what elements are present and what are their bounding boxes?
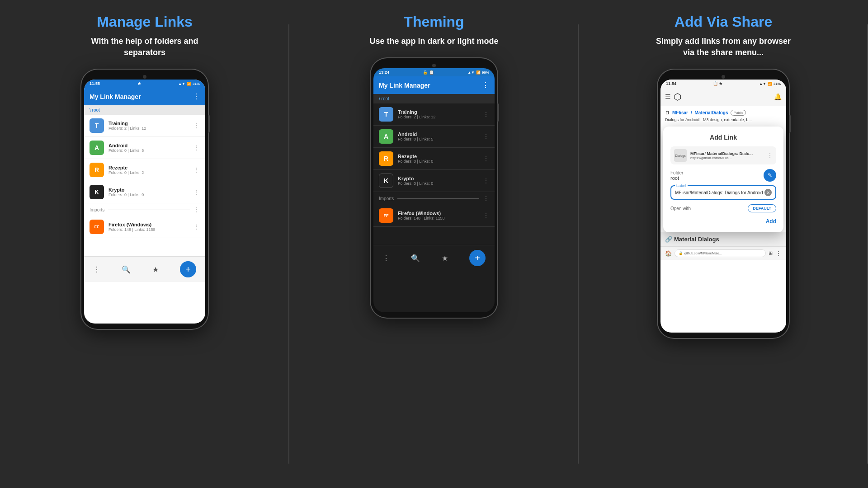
phone-side-btn-2: [497, 103, 499, 122]
training-icon-2: T: [379, 107, 393, 122]
phone-1: 11:55 ★ ▲▼ 📶 31% My Link Manager ⋮ \ roo…: [81, 70, 208, 329]
label-text-3: MFlisar/MaterialDialogs: Dialogs for And…: [675, 190, 763, 195]
link-preview-text-3: MFlisar/ MaterialDialogs: Dialo... https…: [690, 151, 764, 160]
rezepte-more-1[interactable]: ⋮: [193, 166, 200, 174]
firefox-more-1[interactable]: ⋮: [193, 223, 200, 230]
list-item-krypto-1[interactable]: K Krypto Folders: 0 | Links: 0 ⋮: [84, 181, 205, 203]
status-bar-3: 11:54 📋 ★ ▲▼ 📶 31%: [660, 80, 786, 88]
list-item-firefox-1[interactable]: FF Firefox (Windows) Folders: 148 | Link…: [84, 216, 205, 238]
training-meta-2: Folders: 2 | Links: 12: [398, 115, 478, 119]
browser-url-bar-3[interactable]: 🔒 github.com/MFlisar/Mate...: [675, 249, 766, 257]
repo-owner-3[interactable]: MFlisar: [672, 110, 688, 115]
separator-label-2: Imports: [379, 196, 394, 201]
fab-2[interactable]: +: [469, 250, 486, 266]
training-name-2: Training: [398, 109, 478, 115]
android-icon-2: A: [379, 129, 393, 144]
phone-screen-3: 11:54 📋 ★ ▲▼ 📶 31% ☰ ⬡ 🔔 🗒 MFlisar: [660, 80, 786, 333]
bell-icon-3[interactable]: 🔔: [774, 93, 782, 100]
status-bar-1: 11:55 ★ ▲▼ 📶 31%: [84, 80, 205, 88]
bottom-search-icon-2[interactable]: 🔍: [411, 254, 420, 263]
folder-value-3: root: [670, 175, 683, 181]
menu-icon-2[interactable]: ⋮: [482, 81, 489, 89]
separator-more-1[interactable]: ⋮: [193, 206, 200, 213]
list-item-training-2[interactable]: T Training Folders: 2 | Links: 12 ⋮: [373, 103, 495, 126]
separator-2: Imports ⋮: [373, 192, 495, 205]
file-icon-3: 🗒: [665, 110, 670, 115]
material-title-3: 🔗 Material Dialogs: [665, 236, 782, 243]
list-item-firefox-2[interactable]: FF Firefox (Windows) Folders: 148 | Link…: [373, 205, 495, 227]
list-item-android-2[interactable]: A Android Folders: 0 | Links: 5 ⋮: [373, 126, 495, 148]
firefox-meta-1: Folders: 148 | Links: 1158: [108, 227, 189, 232]
status-icons-right-2: ▲▼ 📶 99%: [467, 70, 489, 75]
browser-bottom-3: 🏠 🔒 github.com/MFlisar/Mate... ⊞ ⋮: [660, 246, 786, 260]
manage-links-panel: Manage Links With the help of folders an…: [0, 0, 289, 488]
fab-1[interactable]: +: [180, 261, 196, 277]
default-btn-3[interactable]: DEFAULT: [748, 204, 776, 212]
firefox-more-2[interactable]: ⋮: [483, 212, 489, 219]
training-more-2[interactable]: ⋮: [483, 111, 489, 118]
link-title-3: MFlisar/ MaterialDialogs: Dialo...: [690, 151, 764, 156]
list-item-android-1[interactable]: A Android Folders: 0 | Links: 5 ⋮: [84, 137, 205, 159]
time-3: 11:54: [666, 81, 676, 86]
breadcrumb-2: \ root: [373, 94, 495, 103]
clear-label-btn-3[interactable]: ✕: [764, 189, 772, 196]
rezepte-info-2: Rezepte Folders: 0 | Links: 0: [398, 154, 478, 164]
tabs-icon-3[interactable]: ⊞: [769, 250, 773, 256]
training-more-1[interactable]: ⋮: [193, 122, 200, 129]
krypto-more-1[interactable]: ⋮: [193, 188, 200, 196]
menu-icon-1[interactable]: ⋮: [193, 92, 200, 101]
hamburger-icon-3[interactable]: ☰: [665, 93, 671, 100]
rezepte-icon-1: R: [90, 163, 104, 177]
link-more-icon-3[interactable]: ⋮: [767, 152, 773, 159]
krypto-more-2[interactable]: ⋮: [483, 177, 489, 184]
label-input-3[interactable]: MFlisar/MaterialDialogs: Dialogs for And…: [675, 189, 772, 196]
public-badge-3: Public: [731, 110, 746, 116]
bottom-menu-icon-2[interactable]: ⋮: [382, 254, 390, 263]
firefox-icon-2: FF: [379, 208, 393, 223]
rezepte-more-2[interactable]: ⋮: [483, 155, 489, 162]
browser-menu-3[interactable]: ⋮: [775, 250, 782, 257]
krypto-name-2: Krypto: [398, 176, 478, 181]
app-bar-2: My Link Manager ⋮: [373, 76, 495, 94]
browser-toolbar-3: ☰ ⬡ 🔔: [660, 88, 786, 106]
rezepte-name-2: Rezepte: [398, 154, 478, 159]
bottom-star-icon-1[interactable]: ★: [152, 265, 159, 274]
app-title-1: My Link Manager: [90, 93, 141, 100]
training-info-2: Training Folders: 2 | Links: 12: [398, 109, 478, 119]
list-item-training-1[interactable]: T Training Folders: 2 | Links: 12 ⋮: [84, 115, 205, 137]
separator-label-1: Imports: [90, 207, 104, 212]
dialog-overlay-3: Add Link Dialogs MFlisar/ MaterialDialog…: [663, 127, 783, 232]
android-icon-1: A: [90, 141, 104, 155]
label-field-title-3: Label: [675, 183, 688, 188]
rezepte-name-1: Rezepte: [108, 165, 189, 170]
bottom-search-icon-1[interactable]: 🔍: [122, 265, 131, 274]
training-info-1: Training Folders: 2 | Links: 12: [108, 121, 189, 131]
home-icon-3[interactable]: 🏠: [665, 250, 672, 257]
bottom-menu-icon-1[interactable]: ⋮: [93, 265, 100, 274]
app-bar-1: My Link Manager ⋮: [84, 88, 205, 105]
edit-folder-btn-3[interactable]: ✎: [764, 169, 776, 182]
rezepte-icon-2: R: [379, 151, 393, 166]
repo-name-3[interactable]: MaterialDialogs: [695, 110, 728, 115]
phone-2: 13:24 🔒 📋 ▲▼ 📶 99% My Link Manager ⋮ \ r…: [371, 58, 497, 318]
firefox-meta-2: Folders: 148 | Links: 1158: [398, 216, 478, 221]
open-with-row-3: Open with DEFAULT: [670, 204, 776, 212]
separator-more-2[interactable]: ⋮: [483, 195, 489, 202]
android-more-2[interactable]: ⋮: [483, 133, 489, 140]
bottom-star-icon-2[interactable]: ★: [442, 254, 448, 263]
material-section-3: 🔗 Material Dialogs: [660, 232, 786, 246]
phone-side-btn-1: [208, 115, 210, 133]
rezepte-meta-1: Folders: 0 | Links: 2: [108, 170, 189, 175]
android-name-1: Android: [108, 143, 189, 148]
camera-2: [432, 64, 436, 67]
list-item-krypto-2[interactable]: K Krypto Folders: 0 | Links: 0 ⋮: [373, 170, 495, 192]
training-name-1: Training: [108, 121, 189, 126]
theming-panel: Theming Use the app in dark or light mod…: [289, 0, 579, 488]
list-item-rezepte-1[interactable]: R Rezepte Folders: 0 | Links: 2 ⋮: [84, 159, 205, 181]
list-item-rezepte-2[interactable]: R Rezepte Folders: 0 | Links: 0 ⋮: [373, 148, 495, 170]
krypto-meta-1: Folders: 0 | Links: 0: [108, 192, 189, 197]
folder-labels-3: Folder root: [670, 170, 683, 181]
android-more-1[interactable]: ⋮: [193, 144, 200, 151]
add-btn-3[interactable]: Add: [766, 218, 776, 225]
folder-label-3: Folder: [670, 170, 683, 175]
